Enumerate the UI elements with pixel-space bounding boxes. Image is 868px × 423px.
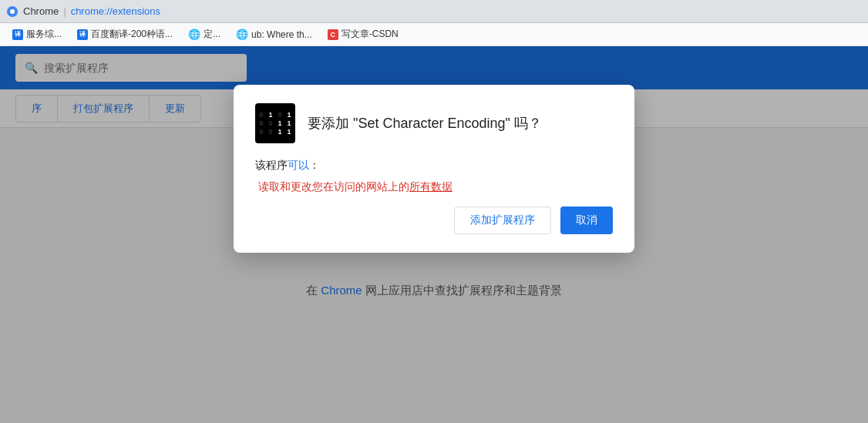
binary-row-3: 0 0 1 1	[257, 128, 293, 136]
cancel-button[interactable]: 取消	[560, 206, 613, 234]
permission-label: 该程序可以：	[255, 159, 613, 173]
bookmark-label-baidu: 百度翻译-200种语...	[91, 28, 173, 41]
bit-0-6: 0	[267, 128, 274, 136]
bit-1-3: 1	[276, 119, 284, 127]
bookmark-label-def: 定...	[204, 28, 220, 41]
permission-label-suffix: ：	[309, 159, 320, 171]
bookmark-label-services: 服务综...	[26, 28, 62, 41]
bookmark-item-services[interactable]: 译 服务综...	[6, 26, 68, 42]
permission-text-underline: 所有数据	[409, 180, 453, 193]
bookmark-item-csdn[interactable]: C 写文章-CSDN	[321, 26, 405, 42]
browser-title: Chrome	[23, 5, 59, 17]
globe-icon-def: 🌐	[188, 29, 200, 40]
bit-0-5: 0	[257, 128, 265, 136]
bookmark-item-github[interactable]: 🌐 ub: Where th...	[230, 27, 318, 42]
binary-row-1: 0 1 0 1	[257, 111, 293, 119]
bit-0-2: 0	[276, 111, 284, 119]
bit-1-1: 1	[267, 111, 274, 119]
dialog-title-prefix: 要添加	[308, 116, 349, 131]
bookmarks-bar: 译 服务综... 译 百度翻译-200种语... 🌐 定... 🌐 ub: Wh…	[0, 23, 868, 46]
add-extension-dialog: 0 1 0 1 0 0 1 1 0 0 1 1	[234, 85, 634, 253]
modal-overlay: 0 1 0 1 0 0 1 1 0 0 1 1	[0, 46, 868, 423]
bit-1-2: 1	[285, 111, 293, 119]
dialog-ext-name: "Set Character Encoding"	[353, 116, 510, 131]
bit-1-6: 1	[285, 128, 293, 136]
bit-0-4: 0	[267, 119, 274, 127]
extensions-page: 🔍 序 打包扩展程序 更新 在 Chrome 网上应用店中查找扩展程序和主题背景…	[0, 46, 868, 423]
browser-url[interactable]: chrome://extensions	[71, 5, 160, 17]
permission-can-text: 可以	[288, 159, 309, 171]
permission-item-data: 读取和更改您在访问的网站上的所有数据	[255, 180, 613, 194]
bookmark-label-csdn: 写文章-CSDN	[341, 28, 399, 41]
add-extension-button[interactable]: 添加扩展程序	[454, 206, 551, 234]
svg-point-1	[10, 9, 15, 14]
bit-1-5: 1	[276, 128, 284, 136]
bookmark-item-baidu[interactable]: 译 百度翻译-200种语...	[71, 26, 179, 42]
browser-divider: |	[63, 5, 66, 17]
bit-0-3: 0	[257, 119, 265, 127]
binary-row-2: 0 0 1 1	[257, 119, 293, 127]
dialog-footer: 添加扩展程序 取消	[255, 206, 613, 234]
dialog-body: 该程序可以： 读取和更改您在访问的网站上的所有数据	[255, 159, 613, 194]
bookmark-icon-services: 译	[12, 29, 23, 40]
browser-title-bar: Chrome | chrome://extensions	[0, 0, 868, 23]
dialog-title: 要添加 "Set Character Encoding" 吗？	[308, 114, 542, 133]
bit-0-1: 0	[257, 111, 265, 119]
dialog-title-suffix: 吗？	[514, 116, 542, 131]
bit-1-4: 1	[285, 119, 293, 127]
dialog-header: 0 1 0 1 0 0 1 1 0 0 1 1	[255, 103, 613, 143]
chrome-logo-icon	[6, 5, 19, 18]
extension-icon: 0 1 0 1 0 0 1 1 0 0 1 1	[255, 103, 295, 143]
bookmark-icon-csdn: C	[328, 29, 338, 40]
bookmark-label-github: ub: Where th...	[251, 29, 312, 40]
permission-text-prefix: 读取和更改您在访问的网站上的	[258, 180, 409, 193]
permission-label-prefix: 该程序	[255, 159, 288, 171]
bookmark-item-def[interactable]: 🌐 定...	[182, 26, 227, 42]
bookmark-icon-baidu: 译	[77, 29, 88, 40]
globe-icon-github: 🌐	[236, 29, 248, 40]
